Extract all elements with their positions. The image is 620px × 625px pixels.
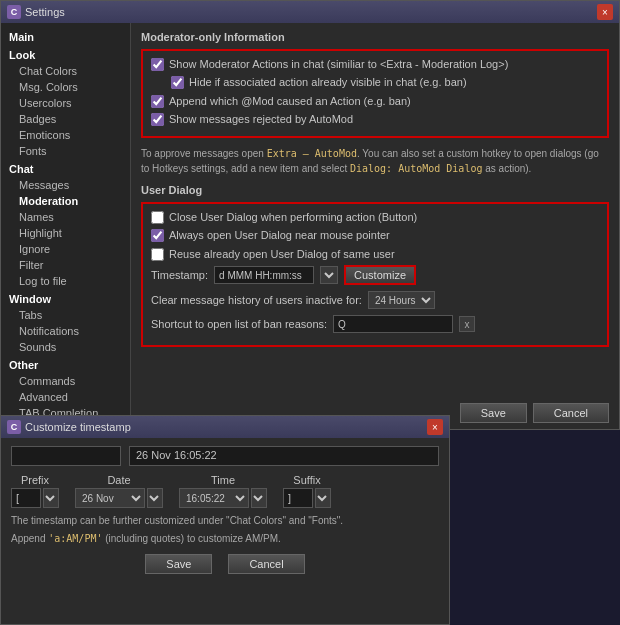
- customize-title-bar: C Customize timestamp ×: [1, 416, 449, 438]
- time-extra-select[interactable]: ▼: [251, 488, 267, 508]
- sidebar-item-chat[interactable]: Chat: [1, 159, 130, 177]
- user-dialog-box: Close User Dialog when performing action…: [141, 202, 609, 347]
- customize-app-icon: C: [7, 420, 21, 434]
- sidebar-item-usercolors[interactable]: Usercolors: [1, 95, 130, 111]
- customize-bottom-buttons: Save Cancel: [11, 554, 439, 574]
- suffix-select[interactable]: ▼: [315, 488, 331, 508]
- customize-note2: Append 'a:AM/PM' (including quotes) to c…: [11, 532, 439, 546]
- prefix-field-group: Prefix ▼: [11, 474, 59, 508]
- timestamp-preview-row: d MMM HH:mm:ss 26 Nov 16:05:22: [11, 446, 439, 466]
- sidebar-item-sounds[interactable]: Sounds: [1, 339, 130, 355]
- customize-title-text: Customize timestamp: [25, 421, 131, 433]
- sidebar-item-ignore[interactable]: Ignore: [1, 241, 130, 257]
- settings-close-button[interactable]: ×: [597, 4, 613, 20]
- sidebar-item-notifications[interactable]: Notifications: [1, 323, 130, 339]
- sidebar-item-tabs[interactable]: Tabs: [1, 307, 130, 323]
- sidebar-item-look[interactable]: Look: [1, 45, 130, 63]
- timestamp-format-input[interactable]: [214, 266, 314, 284]
- main-cancel-button[interactable]: Cancel: [533, 403, 609, 423]
- sidebar-item-moderation[interactable]: Moderation: [1, 193, 130, 209]
- sidebar-item-chat-colors[interactable]: Chat Colors: [1, 63, 130, 79]
- sidebar-item-commands[interactable]: Commands: [1, 373, 130, 389]
- title-bar-left: C Settings: [7, 5, 65, 19]
- shortcut-label: Shortcut to open list of ban reasons:: [151, 318, 327, 330]
- sidebar-item-msg-colors[interactable]: Msg. Colors: [1, 79, 130, 95]
- time-label: Time: [179, 474, 267, 486]
- shortcut-input[interactable]: [333, 315, 453, 333]
- clear-history-label: Clear message history of users inactive …: [151, 294, 362, 306]
- customize-timestamp-window: C Customize timestamp × d MMM HH:mm:ss 2…: [0, 415, 450, 625]
- sidebar-item-other[interactable]: Other: [1, 355, 130, 373]
- date-select[interactable]: 26 Nov d MMM None: [75, 488, 145, 508]
- ts-format-input[interactable]: d MMM HH:mm:ss: [11, 446, 121, 466]
- mod-info-text: To approve messages open Extra – AutoMod…: [141, 146, 609, 176]
- clear-history-row: Clear message history of users inactive …: [151, 291, 599, 309]
- main-save-button[interactable]: Save: [460, 403, 527, 423]
- timestamp-fields-row: Prefix ▼ Date 26 Nov d MMM None ▼: [11, 474, 439, 508]
- checkbox-row-show-mod: Show Moderator Actions in chat (similiar…: [151, 57, 599, 71]
- suffix-input[interactable]: [283, 488, 313, 508]
- checkbox-show-rejected-label: Show messages rejected by AutoMod: [169, 112, 353, 126]
- checkbox-reuse-label: Reuse already open User Dialog of same u…: [169, 247, 395, 261]
- sidebar-item-emoticons[interactable]: Emoticons: [1, 127, 130, 143]
- extra-automod-code: Extra – AutoMod: [267, 148, 357, 159]
- sidebar-item-window[interactable]: Window: [1, 289, 130, 307]
- sidebar-item-main[interactable]: Main: [1, 27, 130, 45]
- checkbox-row-close-user-dialog: Close User Dialog when performing action…: [151, 210, 599, 224]
- customize-cancel-button[interactable]: Cancel: [228, 554, 304, 574]
- prefix-select[interactable]: ▼: [43, 488, 59, 508]
- timestamp-row: Timestamp: ▼ Customize: [151, 265, 599, 285]
- user-dialog-section-title: User Dialog: [141, 184, 609, 196]
- checkbox-row-hide-visible: Hide if associated action already visibl…: [151, 75, 599, 89]
- app-icon: C: [7, 5, 21, 19]
- prefix-input[interactable]: [11, 488, 41, 508]
- sidebar-item-log-to-file[interactable]: Log to file: [1, 273, 130, 289]
- dialog-automod-code: Dialog: AutoMod Dialog: [350, 163, 482, 174]
- customize-save-button[interactable]: Save: [145, 554, 212, 574]
- checkbox-hide-if-visible[interactable]: [171, 76, 184, 89]
- time-select[interactable]: 16:05:22 HH:mm:ss: [179, 488, 249, 508]
- am-pm-code: 'a:AM/PM': [48, 533, 102, 544]
- checkbox-show-rejected[interactable]: [151, 113, 164, 126]
- checkbox-close-user-dialog-label: Close User Dialog when performing action…: [169, 210, 417, 224]
- shortcut-row: Shortcut to open list of ban reasons: x: [151, 315, 599, 333]
- date-extra-select[interactable]: ▼: [147, 488, 163, 508]
- customize-button[interactable]: Customize: [344, 265, 416, 285]
- suffix-field-group: Suffix ▼: [283, 474, 331, 508]
- checkbox-show-mod-actions[interactable]: [151, 58, 164, 71]
- checkbox-close-user-dialog[interactable]: [151, 211, 164, 224]
- customize-close-button[interactable]: ×: [427, 419, 443, 435]
- checkbox-row-append-mod: Append which @Mod caused an Action (e.g.…: [151, 94, 599, 108]
- customize-body: d MMM HH:mm:ss 26 Nov 16:05:22 Prefix ▼ …: [1, 438, 449, 582]
- checkbox-always-open-label: Always open User Dialog near mouse point…: [169, 228, 390, 242]
- customize-title-left: C Customize timestamp: [7, 420, 131, 434]
- checkbox-always-open-near[interactable]: [151, 229, 164, 242]
- sidebar: Main Look Chat Colors Msg. Colors Userco…: [1, 23, 131, 429]
- sidebar-item-names[interactable]: Names: [1, 209, 130, 225]
- sidebar-item-messages[interactable]: Messages: [1, 177, 130, 193]
- timestamp-format-select[interactable]: ▼: [320, 266, 338, 284]
- clear-history-select[interactable]: 24 Hours 12 Hours 6 Hours Never: [368, 291, 435, 309]
- ts-preview-value: 26 Nov 16:05:22: [129, 446, 439, 466]
- shortcut-clear-button[interactable]: x: [459, 316, 475, 332]
- settings-window: C Settings × Main Look Chat Colors Msg. …: [0, 0, 620, 430]
- sidebar-item-badges[interactable]: Badges: [1, 111, 130, 127]
- checkbox-reuse-open[interactable]: [151, 248, 164, 261]
- main-action-buttons: Save Cancel: [460, 403, 609, 423]
- sidebar-item-advanced[interactable]: Advanced: [1, 389, 130, 405]
- sidebar-item-fonts[interactable]: Fonts: [1, 143, 130, 159]
- timestamp-label: Timestamp:: [151, 269, 208, 281]
- date-label: Date: [75, 474, 163, 486]
- checkbox-append-mod-label: Append which @Mod caused an Action (e.g.…: [169, 94, 411, 108]
- date-field-group: Date 26 Nov d MMM None ▼: [75, 474, 163, 508]
- checkbox-append-mod[interactable]: [151, 95, 164, 108]
- checkbox-row-reuse-open: Reuse already open User Dialog of same u…: [151, 247, 599, 261]
- sidebar-item-filter[interactable]: Filter: [1, 257, 130, 273]
- time-field-group: Time 16:05:22 HH:mm:ss ▼: [179, 474, 267, 508]
- customize-note1: The timestamp can be further customized …: [11, 514, 439, 528]
- sidebar-item-highlight[interactable]: Highlight: [1, 225, 130, 241]
- checkbox-row-show-rejected: Show messages rejected by AutoMod: [151, 112, 599, 126]
- checkbox-hide-if-visible-label: Hide if associated action already visibl…: [189, 75, 467, 89]
- mod-info-box: Show Moderator Actions in chat (similiar…: [141, 49, 609, 138]
- mod-info-section-title: Moderator-only Information: [141, 31, 609, 43]
